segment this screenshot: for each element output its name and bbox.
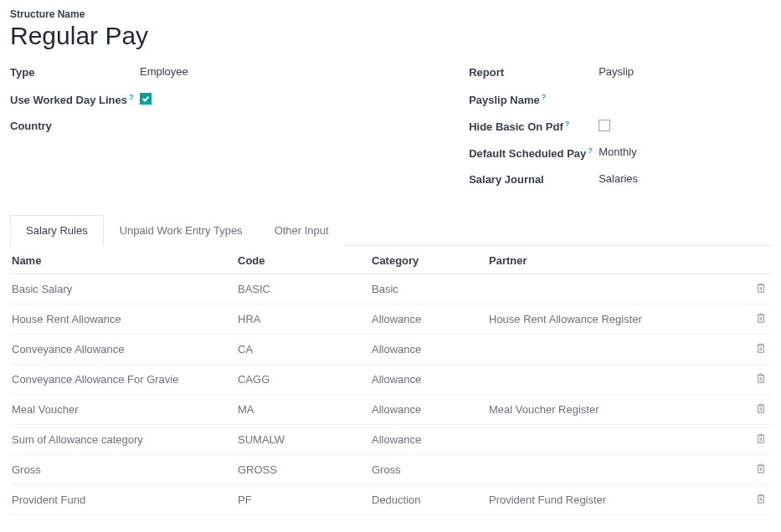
rule-partner: Meal Voucher Register bbox=[487, 395, 746, 425]
hide-basic-label: Hide Basic On Pdf? bbox=[469, 119, 599, 135]
rule-category: Allowance bbox=[370, 365, 487, 395]
rule-partner bbox=[487, 365, 746, 395]
rule-name: Conveyance Allowance bbox=[10, 335, 236, 365]
help-icon[interactable]: ? bbox=[542, 93, 547, 101]
default-scheduled-pay-label: Default Scheduled Pay? bbox=[469, 146, 599, 161]
col-header-partner[interactable]: Partner bbox=[487, 246, 746, 274]
rule-category: Allowance bbox=[370, 335, 487, 365]
table-row[interactable]: Basic SalaryBASICBasic bbox=[10, 274, 771, 304]
type-value[interactable]: Employee bbox=[140, 65, 444, 78]
trash-icon[interactable] bbox=[756, 463, 766, 474]
col-header-category[interactable]: Category bbox=[370, 246, 487, 274]
help-icon[interactable]: ? bbox=[588, 146, 593, 155]
form-left-column: Type Employee Use Worked Day Lines? Coun… bbox=[10, 65, 444, 199]
hide-basic-checkbox[interactable] bbox=[599, 120, 610, 131]
help-icon[interactable]: ? bbox=[129, 93, 134, 101]
rule-code: CA bbox=[236, 335, 370, 365]
trash-icon[interactable] bbox=[756, 282, 766, 294]
table-row[interactable]: Provident FundPFDeductionProvident Fund … bbox=[10, 485, 771, 515]
trash-icon[interactable] bbox=[756, 342, 766, 354]
payslip-name-label: Payslip Name? bbox=[469, 92, 599, 108]
rule-category: Allowance bbox=[370, 395, 487, 425]
rule-partner bbox=[487, 455, 746, 485]
structure-name-label: Structure Name bbox=[10, 8, 771, 20]
trash-icon[interactable] bbox=[756, 402, 766, 414]
help-icon[interactable]: ? bbox=[565, 120, 570, 128]
rule-partner bbox=[487, 335, 746, 365]
use-worked-day-lines-label: Use Worked Day Lines? bbox=[10, 92, 140, 108]
salary-journal-label: Salary Journal bbox=[469, 172, 599, 187]
rule-name: Meal Voucher bbox=[10, 395, 236, 425]
rule-code: GROSS bbox=[236, 455, 370, 485]
rule-category: Basic bbox=[370, 274, 487, 304]
form-right-column: Report Payslip Payslip Name? Hide Basic … bbox=[469, 65, 771, 199]
report-label: Report bbox=[469, 65, 599, 80]
rule-partner: House Rent Allowance Register bbox=[487, 304, 746, 335]
salary-rules-table: Name Code Category Partner Basic SalaryB… bbox=[10, 246, 771, 515]
rule-name: Conveyance Allowance For Gravie bbox=[10, 365, 236, 395]
rule-partner: Provident Fund Register bbox=[487, 485, 746, 515]
rule-name: House Rent Allowance bbox=[10, 304, 236, 335]
col-header-name[interactable]: Name bbox=[10, 246, 236, 274]
rule-partner bbox=[487, 425, 746, 455]
table-row[interactable]: House Rent AllowanceHRAAllowanceHouse Re… bbox=[10, 304, 771, 335]
rule-name: Sum of Allowance category bbox=[10, 425, 236, 455]
rule-category: Gross bbox=[370, 455, 487, 485]
rule-code: PF bbox=[236, 485, 370, 515]
rule-category: Allowance bbox=[370, 304, 487, 335]
report-value[interactable]: Payslip bbox=[599, 65, 771, 78]
trash-icon[interactable] bbox=[756, 372, 766, 384]
table-row[interactable]: Conveyance AllowanceCAAllowance bbox=[10, 335, 771, 365]
rule-code: MA bbox=[236, 395, 370, 425]
col-header-code[interactable]: Code bbox=[236, 246, 370, 274]
table-row[interactable]: Conveyance Allowance For GravieCAGGAllow… bbox=[10, 365, 771, 395]
rule-code: CAGG bbox=[236, 365, 370, 395]
tab-salary-rules[interactable]: Salary Rules bbox=[10, 215, 104, 246]
rule-code: BASIC bbox=[236, 274, 370, 304]
rule-code: SUMALW bbox=[236, 425, 370, 455]
rule-name: Gross bbox=[10, 455, 236, 485]
rule-category: Deduction bbox=[370, 485, 487, 515]
rule-code: HRA bbox=[236, 304, 370, 335]
trash-icon[interactable] bbox=[756, 432, 766, 444]
rule-name: Provident Fund bbox=[10, 485, 236, 515]
table-row[interactable]: Meal VoucherMAAllowanceMeal Voucher Regi… bbox=[10, 395, 771, 425]
rule-category: Allowance bbox=[370, 425, 487, 455]
default-scheduled-pay-value[interactable]: Monthly bbox=[599, 146, 771, 158]
tab-other-input[interactable]: Other Input bbox=[259, 215, 345, 246]
page-title[interactable]: Regular Pay bbox=[10, 22, 771, 50]
tab-unpaid-work-entry-types[interactable]: Unpaid Work Entry Types bbox=[104, 215, 259, 246]
table-row[interactable]: GrossGROSSGross bbox=[10, 455, 771, 485]
type-label: Type bbox=[10, 65, 140, 80]
country-label: Country bbox=[10, 119, 140, 134]
use-worked-day-lines-checkbox[interactable] bbox=[140, 93, 152, 105]
trash-icon[interactable] bbox=[756, 493, 766, 504]
salary-journal-value[interactable]: Salaries bbox=[599, 172, 771, 185]
rule-name: Basic Salary bbox=[10, 274, 236, 304]
trash-icon[interactable] bbox=[756, 312, 766, 324]
table-row[interactable]: Sum of Allowance categorySUMALWAllowance bbox=[10, 425, 771, 455]
tabs: Salary RulesUnpaid Work Entry TypesOther… bbox=[10, 214, 771, 246]
rule-partner bbox=[487, 274, 746, 304]
